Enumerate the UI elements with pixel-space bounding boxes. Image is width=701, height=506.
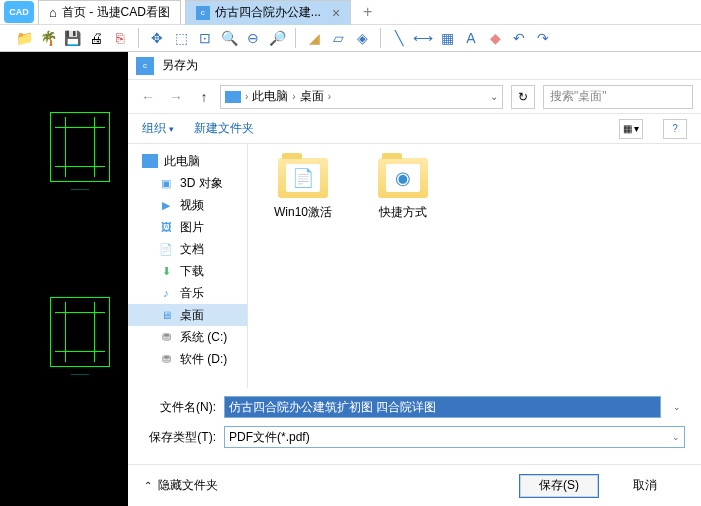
box-icon[interactable]: ▱ <box>328 28 348 48</box>
cancel-button[interactable]: 取消 <box>605 474 685 498</box>
forward-icon[interactable]: → <box>164 85 188 109</box>
area-icon[interactable]: ▦ <box>437 28 457 48</box>
zoom-in-icon[interactable]: 🔍 <box>219 28 239 48</box>
measure-icon[interactable]: ╲ <box>389 28 409 48</box>
save-button[interactable]: 保存(S) <box>519 474 599 498</box>
cube-icon: ▣ <box>158 176 174 190</box>
cad-app-icon: c <box>136 57 154 75</box>
separator <box>295 28 296 48</box>
file-label: 快捷方式 <box>379 205 427 219</box>
tree-videos[interactable]: ▶视频 <box>128 194 247 216</box>
folder-icon: 📄 <box>278 158 328 198</box>
organize-button[interactable]: 组织 ▾ <box>142 120 174 137</box>
dialog-titlebar: c 另存为 <box>128 52 701 80</box>
app-icon: CAD <box>4 1 34 23</box>
separator <box>138 28 139 48</box>
home-icon: ⌂ <box>49 5 57 20</box>
desktop-icon: 🖥 <box>158 308 174 322</box>
cad-drawing-thumb <box>50 112 110 182</box>
picture-icon: 🖼 <box>158 220 174 234</box>
tab-home-label: 首页 - 迅捷CAD看图 <box>62 4 170 21</box>
help-button[interactable]: ? <box>663 119 687 139</box>
filetype-label: 保存类型(T): <box>144 429 216 446</box>
tree-disk-d[interactable]: ⛃软件 (D:) <box>128 348 247 370</box>
tree-pictures[interactable]: 🖼图片 <box>128 216 247 238</box>
zoom-extents-icon[interactable]: ⊡ <box>195 28 215 48</box>
cad-drawing-thumb <box>50 297 110 367</box>
hide-folders-link[interactable]: 隐藏文件夹 <box>158 477 218 494</box>
dimension-icon[interactable]: ⟷ <box>413 28 433 48</box>
tree-this-pc[interactable]: 此电脑 <box>128 150 247 172</box>
erase-icon[interactable]: ◆ <box>485 28 505 48</box>
document-icon: 📄 <box>158 242 174 256</box>
tree-documents[interactable]: 📄文档 <box>128 238 247 260</box>
export-icon[interactable]: ⎘ <box>110 28 130 48</box>
tree-downloads[interactable]: ⬇下载 <box>128 260 247 282</box>
tab-new[interactable]: + <box>355 0 380 25</box>
main-toolbar: 📁 🌴 💾 🖨 ⎘ ✥ ⬚ ⊡ 🔍 ⊖ 🔎 ◢ ▱ ◈ ╲ ⟷ ▦ A ◆ ↶ … <box>0 25 701 52</box>
music-icon: ♪ <box>158 286 174 300</box>
zoom-out-icon[interactable]: ⊖ <box>243 28 263 48</box>
cad-thumb-label: ——— <box>50 371 110 377</box>
file-label: Win10激活 <box>274 205 332 219</box>
view-options-button[interactable]: ▦ ▾ <box>619 119 643 139</box>
save-as-dialog: c 另存为 ← → ↑ › 此电脑 › 桌面 › ⌄ ↻ 搜索"桌面" <box>128 52 701 506</box>
title-bar: CAD ⌂ 首页 - 迅捷CAD看图 c 仿古四合院办公建... × + <box>0 0 701 25</box>
disk-icon: ⛃ <box>158 352 174 366</box>
folder-tree[interactable]: 此电脑 ▣3D 对象 ▶视频 🖼图片 📄文档 ⬇下载 ♪音乐 🖥桌面 ⛃系统 (… <box>128 144 248 388</box>
close-icon[interactable]: × <box>332 5 340 21</box>
cube-icon[interactable]: ◈ <box>352 28 372 48</box>
tree-disk-c[interactable]: ⛃系统 (C:) <box>128 326 247 348</box>
search-input[interactable]: 搜索"桌面" <box>543 85 693 109</box>
redo-icon[interactable]: ↷ <box>533 28 553 48</box>
dialog-nav: ← → ↑ › 此电脑 › 桌面 › ⌄ ↻ 搜索"桌面" <box>128 80 701 114</box>
tab-document-active[interactable]: c 仿古四合院办公建... × <box>185 0 351 25</box>
download-icon: ⬇ <box>158 264 174 278</box>
new-folder-button[interactable]: 新建文件夹 <box>194 120 254 137</box>
refresh-button[interactable]: ↻ <box>511 85 535 109</box>
chevron-down-icon[interactable]: ⌄ <box>669 402 685 412</box>
open-icon[interactable]: 📁 <box>14 28 34 48</box>
zoom-realtime-icon[interactable]: 🔎 <box>267 28 287 48</box>
breadcrumb[interactable]: › 此电脑 › 桌面 › ⌄ <box>220 85 503 109</box>
dialog-footer: ⌃ 隐藏文件夹 保存(S) 取消 <box>128 464 701 506</box>
text-icon[interactable]: A <box>461 28 481 48</box>
crumb-pc[interactable]: 此电脑 <box>252 88 288 105</box>
folder-shortcuts[interactable]: ◉ 快捷方式 <box>368 158 438 221</box>
print-icon[interactable]: 🖨 <box>86 28 106 48</box>
layer-icon[interactable]: ◢ <box>304 28 324 48</box>
chevron-right-icon: › <box>292 91 295 102</box>
chevron-down-icon: ▾ <box>169 124 174 134</box>
zoom-window-icon[interactable]: ⬚ <box>171 28 191 48</box>
disk-icon: ⛃ <box>158 330 174 344</box>
tab-home[interactable]: ⌂ 首页 - 迅捷CAD看图 <box>38 0 181 25</box>
filename-input[interactable] <box>224 396 661 418</box>
cad-canvas[interactable]: ——— ——— <box>0 52 128 506</box>
search-placeholder: 搜索"桌面" <box>550 88 607 105</box>
palm-icon[interactable]: 🌴 <box>38 28 58 48</box>
tab-active-label: 仿古四合院办公建... <box>215 4 321 21</box>
chevron-up-icon[interactable]: ⌃ <box>144 480 152 491</box>
crumb-desktop[interactable]: 桌面 <box>300 88 324 105</box>
tree-3d-objects[interactable]: ▣3D 对象 <box>128 172 247 194</box>
dialog-body: 此电脑 ▣3D 对象 ▶视频 🖼图片 📄文档 ⬇下载 ♪音乐 🖥桌面 ⛃系统 (… <box>128 144 701 388</box>
separator <box>380 28 381 48</box>
filetype-value: PDF文件(*.pdf) <box>229 429 310 446</box>
pan-icon[interactable]: ✥ <box>147 28 167 48</box>
filename-label: 文件名(N): <box>144 399 216 416</box>
dialog-fields: 文件名(N): ⌄ 保存类型(T): PDF文件(*.pdf) ⌄ <box>128 388 701 464</box>
folder-win10[interactable]: 📄 Win10激活 <box>268 158 338 221</box>
undo-icon[interactable]: ↶ <box>509 28 529 48</box>
dialog-title: 另存为 <box>162 57 198 74</box>
save-icon[interactable]: 💾 <box>62 28 82 48</box>
file-list[interactable]: 📄 Win10激活 ◉ 快捷方式 <box>248 144 701 388</box>
chevron-right-icon: › <box>245 91 248 102</box>
chevron-right-icon: › <box>328 91 331 102</box>
tree-desktop[interactable]: 🖥桌面 <box>128 304 247 326</box>
up-icon[interactable]: ↑ <box>192 85 216 109</box>
back-icon[interactable]: ← <box>136 85 160 109</box>
chevron-down-icon[interactable]: ⌄ <box>490 91 498 102</box>
tree-music[interactable]: ♪音乐 <box>128 282 247 304</box>
chevron-down-icon: ⌄ <box>672 432 680 442</box>
filetype-select[interactable]: PDF文件(*.pdf) ⌄ <box>224 426 685 448</box>
